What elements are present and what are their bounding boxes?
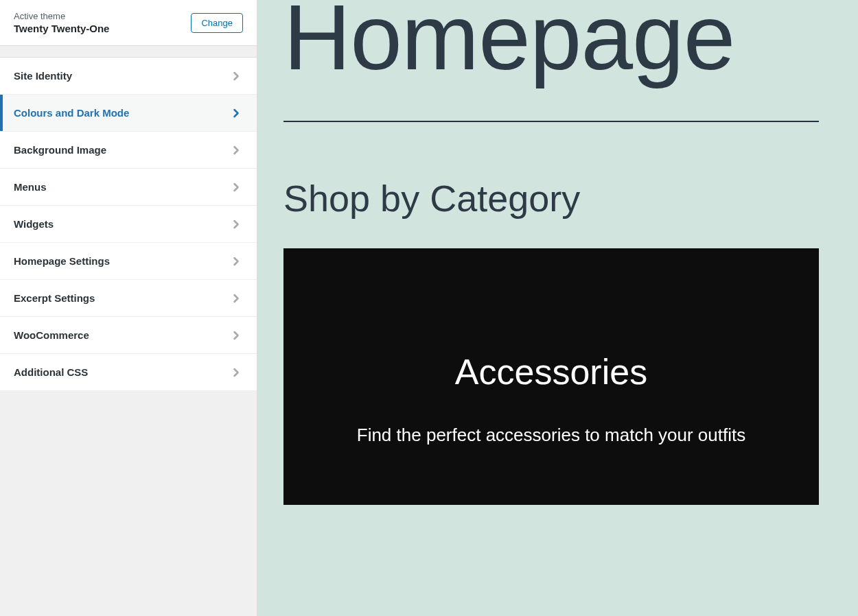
active-theme-label: Active theme (14, 11, 109, 21)
section-item-additional-css[interactable]: Additional CSS (0, 354, 257, 391)
section-item-background-image[interactable]: Background Image (0, 132, 257, 169)
section-item-label: Site Identity (14, 70, 72, 82)
chevron-right-icon (229, 180, 243, 194)
section-item-label: Menus (14, 181, 47, 193)
customizer-sections: Site IdentityColours and Dark ModeBackgr… (0, 57, 257, 391)
section-item-label: Homepage Settings (14, 255, 110, 267)
theme-name: Twenty Twenty-One (14, 23, 109, 34)
change-theme-button[interactable]: Change (191, 13, 243, 33)
category-card-accessories[interactable]: Accessories Find the perfect accessories… (283, 248, 819, 505)
section-item-widgets[interactable]: Widgets (0, 206, 257, 243)
section-item-label: Excerpt Settings (14, 292, 95, 304)
section-item-homepage-settings[interactable]: Homepage Settings (0, 243, 257, 280)
category-title: Accessories (325, 351, 778, 392)
section-item-menus[interactable]: Menus (0, 169, 257, 206)
section-item-woocommerce[interactable]: WooCommerce (0, 317, 257, 354)
chevron-right-icon (229, 143, 243, 157)
page-title: Homepage (283, 0, 819, 89)
theme-header-text: Active theme Twenty Twenty-One (14, 11, 109, 34)
theme-header: Active theme Twenty Twenty-One Change (0, 0, 257, 46)
section-item-colours-and-dark-mode[interactable]: Colours and Dark Mode (0, 95, 257, 132)
shop-by-category-heading: Shop by Category (283, 177, 819, 220)
customizer-sidebar: Active theme Twenty Twenty-One Change Si… (0, 0, 257, 616)
chevron-right-icon (229, 106, 243, 120)
section-item-site-identity[interactable]: Site Identity (0, 58, 257, 95)
section-item-label: Additional CSS (14, 366, 88, 378)
chevron-right-icon (229, 329, 243, 342)
chevron-right-icon (229, 217, 243, 231)
chevron-right-icon (229, 366, 243, 379)
site-preview: Homepage Shop by Category Accessories Fi… (257, 0, 858, 616)
title-divider (283, 121, 819, 122)
section-item-label: Widgets (14, 218, 54, 230)
chevron-right-icon (229, 69, 243, 83)
section-item-label: WooCommerce (14, 329, 89, 341)
section-item-excerpt-settings[interactable]: Excerpt Settings (0, 280, 257, 317)
chevron-right-icon (229, 292, 243, 305)
section-item-label: Background Image (14, 144, 106, 156)
preview-content: Homepage Shop by Category Accessories Fi… (283, 0, 819, 505)
section-item-label: Colours and Dark Mode (14, 107, 129, 119)
chevron-right-icon (229, 254, 243, 268)
category-description: Find the perfect accessories to match yo… (325, 420, 778, 450)
